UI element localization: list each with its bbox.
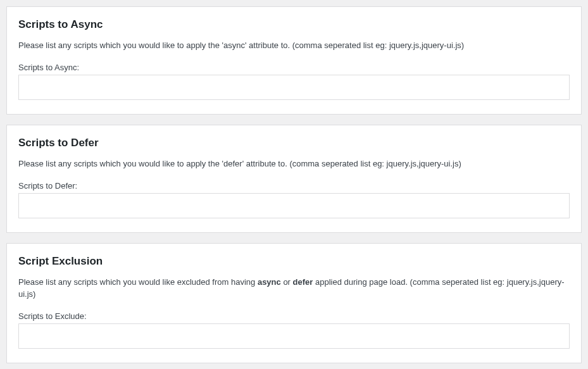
- scripts-async-panel: Scripts to Async Please list any scripts…: [6, 6, 582, 115]
- exclusion-desc-mid: or: [281, 277, 293, 287]
- exclusion-desc-pre: Please list any scripts which you would …: [18, 277, 258, 287]
- scripts-exclude-input[interactable]: [18, 323, 570, 349]
- scripts-defer-title: Scripts to Defer: [18, 137, 570, 149]
- scripts-defer-label: Scripts to Defer:: [18, 181, 570, 191]
- script-exclusion-description: Please list any scripts which you would …: [18, 277, 570, 299]
- scripts-async-label: Scripts to Async:: [18, 63, 570, 72]
- scripts-defer-input[interactable]: [18, 193, 570, 218]
- scripts-defer-panel: Scripts to Defer Please list any scripts…: [6, 125, 582, 233]
- scripts-defer-description: Please list any scripts which you would …: [18, 158, 570, 170]
- scripts-async-input[interactable]: [18, 75, 570, 100]
- scripts-exclude-label: Scripts to Exclude:: [18, 311, 570, 321]
- exclusion-desc-defer: defer: [293, 277, 313, 287]
- script-exclusion-title: Script Exclusion: [18, 255, 570, 268]
- scripts-async-description: Please list any scripts which you would …: [18, 40, 570, 51]
- scripts-async-title: Scripts to Async: [18, 18, 570, 31]
- script-exclusion-panel: Script Exclusion Please list any scripts…: [6, 243, 582, 363]
- exclusion-desc-async: async: [258, 277, 281, 287]
